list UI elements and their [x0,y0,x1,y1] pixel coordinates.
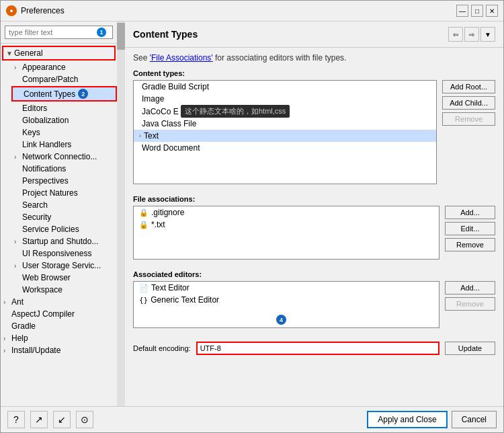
sidebar-item-startup[interactable]: › Startup and Shutdo... [11,235,117,247]
sidebar-item-servicepolicies[interactable]: Service Policies [11,223,117,235]
list-item-texteditor[interactable]: 📄 Text Editor [134,282,439,294]
list-item-generictexteditor[interactable]: {} Generic Text Editor [134,294,439,306]
sidebar-item-globalization[interactable]: Globalization [11,114,117,126]
general-label: General [14,48,43,58]
import-button[interactable]: ↙ [53,411,71,428]
add-root-button[interactable]: Add Root... [442,80,495,93]
nav-dropdown-btn[interactable]: ▼ [480,27,495,42]
content-type-buttons: Add Root... Add Child... Remove [442,80,495,126]
text-editor-icon: 📄 [139,284,149,292]
right-header: Content Types ⇦ ⇨ ▼ [125,22,503,48]
sidebar-item-keys[interactable]: Keys [11,126,117,139]
list-item-txt[interactable]: 🔒 *.txt [134,219,439,231]
sidebar-item-projectnatures[interactable]: Project Natures [11,187,117,199]
sidebar-item-comparepatch[interactable]: Compare/Patch [11,73,117,85]
sidebar-item-editors[interactable]: Editors [11,102,117,114]
app-icon: ● [6,5,17,16]
sidebar-item-gradle[interactable]: Gradle [1,320,117,332]
list-item[interactable]: Java Class File [134,118,436,130]
encoding-input[interactable] [196,342,439,355]
sidebar-item-appearance[interactable]: › Appearance [11,61,117,73]
text-label: Text [144,131,159,141]
right-panel: Content Types ⇦ ⇨ ▼ See 'File Associatio… [125,22,503,406]
sidebar-item-aspectj[interactable]: AspectJ Compiler [1,308,117,320]
add-child-button[interactable]: Add Child... [442,96,495,110]
sidebar-item-security[interactable]: Security [11,211,117,223]
sidebar-item-ant[interactable]: › Ant [1,296,117,308]
cancel-button[interactable]: Cancel [452,411,497,428]
list-item-jacoco[interactable]: JaCoCo E 3 这个静态文本啥的，如html,css [134,105,436,118]
badge-4: 4 [276,315,286,325]
encoding-label: Default encoding: [133,344,191,352]
sidebar-item-help[interactable]: › Help [1,332,117,344]
file-assoc-label: File associations: [133,195,495,203]
expand-ant-icon: › [3,299,11,306]
bottom-icons: ? ↗ ↙ ⊙ [7,411,93,428]
export-button[interactable]: ↗ [30,411,48,428]
bottom-bar: ? ↗ ↙ ⊙ Apply and Close Cancel [1,406,503,432]
tree-item-general[interactable]: ▼ General [2,46,116,61]
tree: ▼ General › Appearance Compare/Patch [1,44,117,406]
nav-back-btn[interactable]: ⇨ [464,27,479,42]
tooltip: 这个静态文本啥的，如html,css [181,105,290,118]
expand-help-icon: › [3,335,11,342]
minimize-button[interactable]: — [456,5,468,17]
sidebar-item-workspace[interactable]: Workspace [11,284,117,296]
update-button[interactable]: Update [445,342,495,355]
maximize-button[interactable]: □ [471,5,483,17]
editors-section: 📄 Text Editor {} Generic Text Editor 4 A… [133,281,495,333]
sidebar-item-perspectives[interactable]: Perspectives [11,175,117,187]
expand-icon: › [14,64,22,71]
window-title: Preferences [21,6,65,15]
content-types-list: Gradle Build Script Image JaCoCo E 3 [133,80,437,184]
help-button[interactable]: ? [7,411,25,428]
add-editor-button[interactable]: Add... [445,281,495,294]
list-item-text[interactable]: › Text [134,130,436,142]
sidebar-item-network[interactable]: › Network Connectio... [11,151,117,163]
sidebar-item-webbrowser[interactable]: Web Browser [11,272,117,284]
file-associations-link[interactable]: 'File Associations' [150,53,213,63]
sidebar-item-userstorage[interactable]: › User Storage Servic... [11,260,117,272]
search-badge: 1 [97,28,106,37]
expand-icon: › [14,153,22,161]
editors-list: 📄 Text Editor {} Generic Text Editor 4 [133,281,439,328]
see-line: See 'File Associations' for associating … [133,53,495,63]
sidebar-item-installupdate[interactable]: › Install/Update [1,344,117,356]
edit-file-assoc-button[interactable]: Edit... [445,222,495,235]
sidebar-item-linkhandlers[interactable]: Link Handlers [11,139,117,151]
general-children: › Appearance Compare/Patch Content Types… [1,61,117,296]
main-content: 1 ▼ General › Appearance [1,22,503,406]
remove-editor-button[interactable]: Remove [445,297,495,311]
remove-content-type-button[interactable]: Remove [442,112,495,126]
panel-title: Content Types [133,29,198,40]
file-assoc-buttons: Add... Edit... Remove [445,206,495,251]
left-panel: 1 ▼ General › Appearance [1,22,125,406]
sidebar-item-search[interactable]: Search [11,199,117,211]
jacoco-badge: 3 [181,106,192,116]
close-button[interactable]: ✕ [486,5,498,17]
tree-scrollbar[interactable] [117,22,125,406]
add-file-assoc-button[interactable]: Add... [445,206,495,219]
expand-icon: › [14,262,22,270]
preferences-window: ● Preferences — □ ✕ 1 ▼ [0,0,504,433]
list-item[interactable]: Image [134,93,436,105]
title-bar: ● Preferences — □ ✕ [1,1,503,22]
window-controls: — □ ✕ [456,5,498,17]
sidebar-item-notifications[interactable]: Notifications [11,163,117,175]
apply-close-button[interactable]: Apply and Close [367,411,447,428]
nav-forward-btn[interactable]: ⇦ [448,27,463,42]
encoding-row: Default encoding: Update [133,339,495,358]
revert-button[interactable]: ⊙ [76,411,93,428]
file-assoc-list: 🔒 .gitignore 🔒 *.txt [133,206,439,260]
content-types-label: Content types: [133,69,495,77]
title-bar-left: ● Preferences [6,5,65,16]
sidebar-item-contenttypes[interactable]: Content Types 2 [11,86,117,102]
search-box: 1 [1,22,117,44]
sidebar-item-uiresponsiveness[interactable]: UI Responsiveness [11,247,117,260]
remove-file-assoc-button[interactable]: Remove [445,238,495,251]
list-item-gitignore[interactable]: 🔒 .gitignore [134,206,439,219]
scroll-thumb[interactable] [117,23,125,50]
generic-editor-icon: {} [139,296,148,305]
list-item[interactable]: Word Document [134,142,436,154]
list-item[interactable]: Gradle Build Script [134,81,436,93]
